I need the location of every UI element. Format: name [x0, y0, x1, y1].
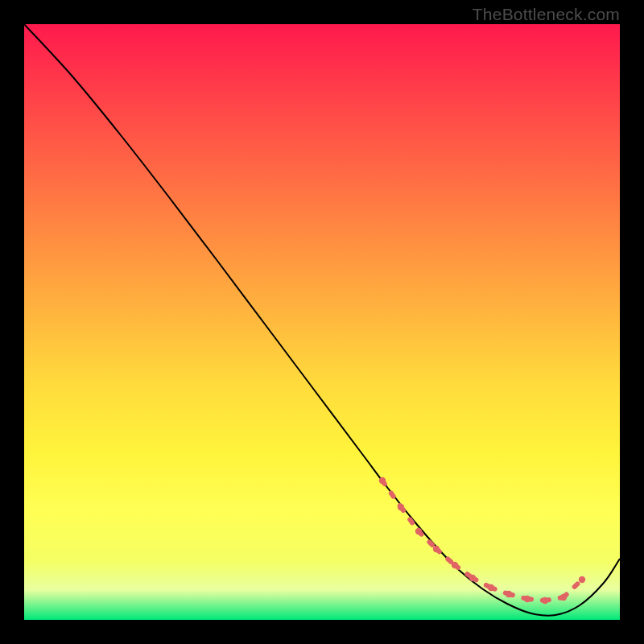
svg-point-19	[524, 596, 530, 602]
svg-point-12	[398, 504, 404, 510]
svg-point-13	[415, 528, 422, 535]
svg-point-21	[560, 594, 567, 601]
svg-point-14	[433, 546, 440, 552]
svg-point-20	[542, 597, 548, 604]
svg-point-17	[488, 584, 494, 591]
plot-area	[24, 24, 620, 620]
svg-point-11	[379, 477, 386, 484]
svg-line-0	[382, 481, 401, 507]
chart-frame: TheBottleneck.com	[0, 0, 644, 644]
svg-line-1	[401, 507, 419, 531]
svg-line-10	[564, 580, 582, 597]
svg-point-22	[579, 576, 585, 583]
svg-point-15	[452, 562, 458, 568]
svg-line-2	[419, 531, 436, 549]
svg-point-16	[469, 575, 476, 581]
svg-point-18	[506, 591, 512, 597]
marker-dots	[379, 477, 585, 604]
bottleneck-curve	[24, 24, 620, 620]
curve-line	[24, 24, 620, 616]
watermark-text: TheBottleneck.com	[473, 5, 620, 24]
